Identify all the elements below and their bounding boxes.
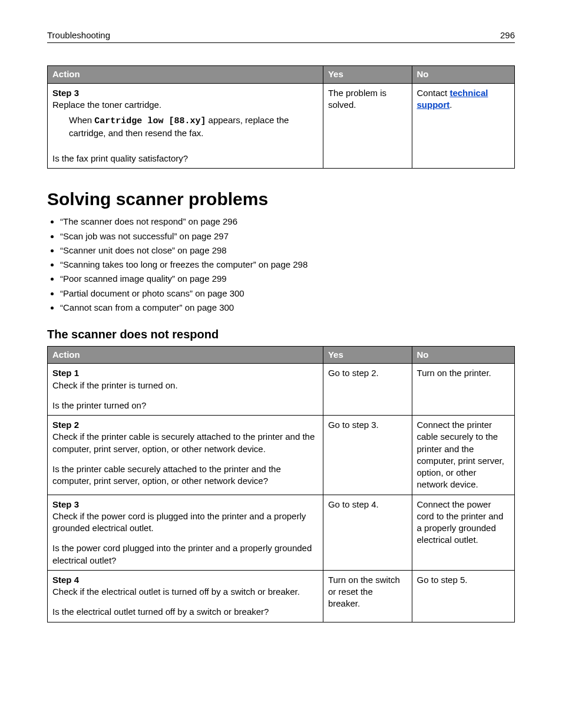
yes-cell: Go to step 3. [323,416,412,495]
step-instruction: Replace the toner cartridge. [52,100,161,110]
list-item: “Scanner unit does not close” on page 29… [60,245,515,256]
step-question: Is the electrical outlet turned off by a… [52,607,269,617]
table-row: Step 4 Check if the electrical outlet is… [48,570,515,622]
list-item: “Scan job was not successful” on page 29… [60,230,515,242]
no-cell: Connect the printer cable securely to th… [412,416,514,495]
subsection-heading: The scanner does not respond [47,327,515,342]
step-instruction: Check if the printer cable is securely a… [52,431,315,453]
step-question: Is the printer cable securely attached t… [52,464,281,486]
no-cell: Connect the power cord to the printer an… [412,495,514,570]
list-item: “The scanner does not respond” on page 2… [60,216,515,228]
step-label: Step 2 [52,420,79,430]
step-instruction: Check if the power cord is plugged into … [52,511,306,533]
table-row: Step 3 Replace the toner cartridge. When… [48,83,515,168]
section-heading: Solving scanner problems [47,187,515,212]
no-cell: Turn on the printer. [412,364,514,416]
yes-cell: Turn on the switch or reset the breaker. [323,570,412,622]
yes-cell: Go to step 4. [323,495,412,570]
col-no: No [412,66,514,83]
header-title: Troubleshooting [47,29,110,41]
step-question: Is the fax print quality satisfactory? [52,153,188,163]
troubleshoot-table-1: Action Yes No Step 3 Replace the toner c… [47,65,515,169]
step-question: Is the printer turned on? [52,400,146,410]
toc-list: “The scanner does not respond” on page 2… [60,216,515,314]
table-row: Step 2 Check if the printer cable is sec… [48,416,515,495]
page-number: 296 [500,29,515,41]
step-question: Is the power cord plugged into the print… [52,543,312,565]
col-action: Action [48,347,323,364]
step-instruction: Check if the electrical outlet is turned… [52,587,300,597]
table-row: Step 1 Check if the printer is turned on… [48,364,515,416]
troubleshoot-table-2: Action Yes No Step 1 Check if the printe… [47,346,515,622]
step-label: Step 4 [52,575,79,585]
list-item: “Partial document or photo scans” on pag… [60,288,515,299]
list-item: “Cannot scan from a computer” on page 30… [60,302,515,314]
yes-cell: Go to step 2. [323,364,412,416]
table-row: Step 3 Check if the power cord is plugge… [48,495,515,570]
col-yes: Yes [323,66,412,83]
list-item: “Scanning takes too long or freezes the … [60,259,515,271]
page-header: Troubleshooting 296 [47,29,515,43]
yes-cell: The problem is solved. [323,83,412,168]
col-yes: Yes [323,347,412,364]
step-label: Step 1 [52,368,79,378]
no-cell: Go to step 5. [412,570,514,622]
step-label: Step 3 [52,499,79,509]
step-label: Step 3 [52,88,79,98]
step-subnote: When Cartridge low [88.xy] appears, repl… [69,114,318,140]
no-cell: Contact technical support. [412,83,514,168]
col-no: No [412,347,514,364]
step-instruction: Check if the printer is turned on. [52,380,178,390]
col-action: Action [48,66,323,83]
list-item: “Poor scanned image quality” on page 299 [60,273,515,285]
code-text: Cartridge low [88.xy] [94,116,206,126]
